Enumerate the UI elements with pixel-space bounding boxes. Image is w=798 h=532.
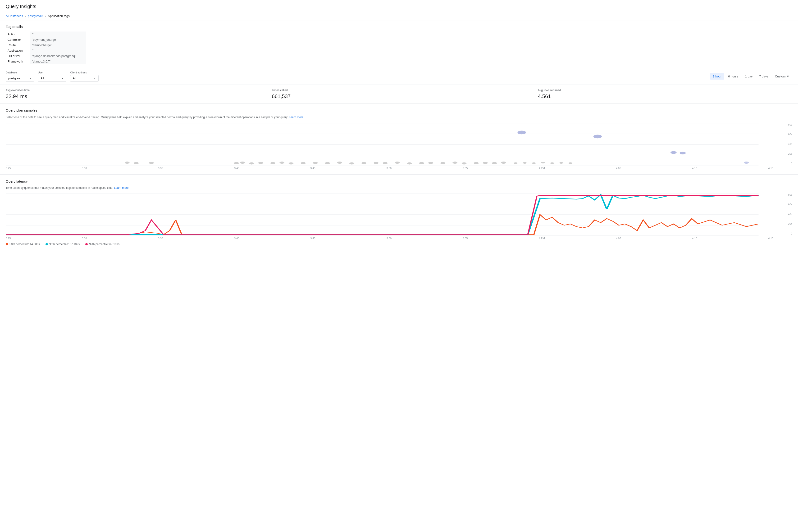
x-label: 4:10	[692, 237, 697, 240]
tag-value: 'demo/charge'	[30, 42, 86, 48]
svg-point-5	[125, 162, 129, 164]
query-latency-title: Query latency	[6, 179, 792, 183]
tag-details-title: Tag details	[6, 25, 792, 28]
filters-row: Database postgres ▼ User All ▼ Client ad…	[0, 68, 798, 85]
svg-point-23	[395, 162, 400, 164]
tag-label: DB driver	[6, 53, 30, 59]
query-latency-section: Query latency Time taken by queries that…	[0, 175, 798, 251]
y-label: 20s	[783, 223, 792, 225]
tag-value: ''	[30, 48, 86, 53]
x-label: 3:40	[234, 237, 239, 240]
query-plan-x-labels: 3:253:303:353:403:453:503:554 PM4:054:10…	[6, 166, 783, 170]
time-button[interactable]: 1 day	[742, 73, 756, 80]
time-button[interactable]: 7 days	[756, 73, 771, 80]
tag-details-section: Tag details Action''Controller'payment_c…	[0, 21, 798, 68]
svg-point-35	[593, 135, 602, 138]
svg-point-26	[428, 162, 433, 164]
metric-label: Times called	[272, 89, 526, 92]
client-address-value: All	[73, 76, 76, 80]
query-plan-section: Query plan samples Select one of the dot…	[0, 103, 798, 175]
svg-point-11	[258, 162, 263, 164]
metric-value: 4.561	[538, 93, 792, 99]
svg-point-17	[325, 162, 330, 164]
tag-label: Route	[6, 42, 30, 48]
legend-dot	[6, 243, 8, 245]
x-label: 3:40	[234, 167, 239, 170]
svg-point-14	[289, 162, 293, 165]
database-value: postgres	[8, 76, 20, 80]
x-label: 3:35	[158, 167, 163, 170]
time-buttons: 1 hour6 hours1 day7 daysCustom ▼	[710, 73, 792, 80]
svg-point-41	[532, 162, 536, 164]
svg-point-22	[383, 162, 388, 164]
tag-row: Framework'django:3.0.7'	[6, 59, 86, 64]
query-plan-svg	[6, 123, 783, 166]
y-label: 40s	[783, 142, 792, 146]
svg-point-6	[134, 162, 138, 164]
metrics-row: Avg execution time32.94 msTimes called66…	[0, 85, 798, 103]
svg-point-43	[550, 162, 554, 164]
svg-point-30	[474, 162, 479, 164]
x-label: 3:30	[82, 167, 87, 170]
tag-row: Controller'payment_charge'	[6, 37, 86, 42]
x-label: 4:15	[768, 167, 773, 170]
y-label: 60s	[783, 203, 792, 206]
x-label: 3:45	[310, 167, 315, 170]
database-filter: Database postgres ▼	[6, 71, 34, 82]
breadcrumb-all-instances[interactable]: All instances	[6, 14, 23, 18]
latency-x-labels: 3:253:303:353:403:453:503:554 PM4:054:10…	[6, 236, 783, 240]
legend-dot	[85, 243, 88, 245]
client-address-select[interactable]: All ▼	[70, 75, 98, 82]
y-label: 80s	[783, 193, 792, 196]
svg-point-45	[569, 162, 572, 164]
metric-label: Avg execution time	[6, 89, 260, 92]
metric-label: Avg rows returned	[538, 89, 792, 92]
breadcrumb-current: Application tags	[48, 14, 70, 18]
breadcrumb-postgres13[interactable]: postgres13	[28, 14, 43, 18]
user-label: User	[38, 71, 67, 74]
legend-dot	[45, 243, 48, 245]
custom-time-button[interactable]: Custom ▼	[772, 73, 792, 80]
y-label: 40s	[783, 213, 792, 215]
time-button[interactable]: 1 hour	[710, 73, 724, 80]
x-label: 4:05	[616, 237, 621, 240]
svg-point-13	[279, 162, 284, 164]
x-label: 4:05	[616, 167, 621, 170]
legend: 50th percentile: 14.680s95th percentile:…	[6, 243, 792, 246]
breadcrumb-sep-2: ›	[45, 14, 46, 18]
user-arrow-icon: ▼	[61, 77, 64, 80]
x-label: 4 PM	[539, 237, 545, 240]
x-label: 4:15	[768, 237, 773, 240]
tag-value: 'django:3.0.7'	[30, 59, 86, 64]
legend-item: 50th percentile: 14.680s	[6, 243, 40, 246]
x-label: 3:25	[6, 237, 11, 240]
x-label: 4:10	[692, 167, 697, 170]
y-label: 60s	[783, 133, 792, 136]
y-label: 80s	[783, 123, 792, 126]
svg-point-8	[234, 162, 239, 164]
query-latency-learn-more[interactable]: Learn more	[114, 186, 128, 190]
metric-card: Avg execution time32.94 ms	[0, 85, 266, 103]
query-plan-title: Query plan samples	[6, 108, 792, 112]
time-button[interactable]: 6 hours	[725, 73, 741, 80]
svg-point-19	[349, 162, 354, 165]
metric-card: Times called661,537	[266, 85, 532, 103]
svg-point-10	[249, 162, 254, 165]
tag-row: Route'demo/charge'	[6, 42, 86, 48]
svg-point-24	[407, 162, 412, 165]
svg-point-7	[149, 162, 154, 164]
query-plan-learn-more[interactable]: Learn more	[289, 116, 303, 119]
svg-point-20	[361, 162, 366, 164]
page-title: Query Insights	[6, 4, 792, 9]
database-label: Database	[6, 71, 34, 74]
svg-point-27	[440, 162, 445, 164]
legend-label: 95th percentile: 67.109s	[49, 243, 80, 246]
client-address-label: Client address	[70, 71, 98, 74]
breadcrumb: All instances › postgres13 › Application…	[0, 12, 798, 21]
database-arrow-icon: ▼	[29, 77, 32, 80]
query-latency-description: Time taken by queries that match your se…	[6, 186, 792, 190]
database-select[interactable]: postgres ▼	[6, 75, 34, 82]
page-header: Query Insights	[0, 0, 798, 12]
tag-value: 'django.db.backends.postgresql'	[30, 53, 86, 59]
user-select[interactable]: All ▼	[38, 75, 67, 82]
